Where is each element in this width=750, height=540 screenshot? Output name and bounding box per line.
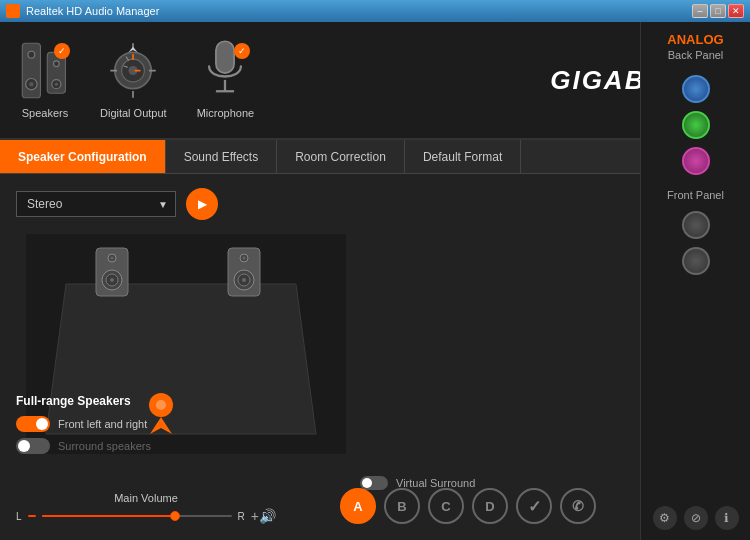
title-bar: Realtek HD Audio Manager – □ ✕	[0, 0, 750, 22]
front-toggle-label: Front left and right	[58, 418, 147, 430]
minimize-button[interactable]: –	[692, 4, 708, 18]
vol-left-indicator	[28, 515, 36, 517]
info-icon-btn[interactable]: ℹ	[715, 506, 739, 530]
main-content: Stereo Quadraphonic 5.1 Surround 7.1 Sur…	[0, 174, 640, 540]
surround-toggle-row: Surround speakers	[16, 438, 151, 454]
jack-green[interactable]	[682, 111, 710, 139]
btn-check[interactable]: ✓	[516, 488, 552, 524]
back-panel-label: Back Panel	[649, 49, 742, 61]
speaker-left[interactable]	[94, 246, 130, 298]
btn-a[interactable]: A	[340, 488, 376, 524]
device-speakers[interactable]: ✓ Speakers	[20, 41, 70, 119]
svg-point-26	[243, 257, 246, 260]
front-toggle-row: Front left and right	[16, 416, 151, 432]
window-title: Realtek HD Audio Manager	[26, 5, 159, 17]
speakers-check: ✓	[54, 43, 70, 59]
analog-label: ANALOG	[649, 32, 742, 47]
jack-pink[interactable]	[682, 147, 710, 175]
tab-speaker-configuration[interactable]: Speaker Configuration	[0, 140, 166, 173]
tab-room-correction[interactable]: Room Correction	[277, 140, 405, 173]
speaker-right[interactable]	[226, 246, 262, 298]
tab-sound-effects[interactable]: Sound Effects	[166, 140, 278, 173]
btn-b[interactable]: B	[384, 488, 420, 524]
front-panel-label: Front Panel	[649, 189, 742, 201]
header: ✓ Speakers Digital Output	[0, 22, 750, 140]
microphone-icon-wrap: ✓	[200, 41, 250, 101]
volume-icon: +🔊	[251, 508, 276, 524]
speakers-icon-wrap: ✓	[20, 41, 70, 101]
volume-l-label: L	[16, 511, 22, 522]
speakers-label: Speakers	[22, 107, 68, 119]
full-range-title: Full-range Speakers	[16, 394, 151, 408]
jack-blue[interactable]	[682, 75, 710, 103]
maximize-button[interactable]: □	[710, 4, 726, 18]
svg-point-24	[242, 278, 246, 282]
tab-default-format[interactable]: Default Format	[405, 140, 521, 173]
svg-point-18	[110, 278, 114, 282]
svg-point-2	[29, 82, 34, 87]
volume-track	[42, 515, 232, 517]
btn-c[interactable]: C	[428, 488, 464, 524]
svg-point-7	[54, 61, 60, 67]
digital-output-icon-wrap	[108, 41, 158, 101]
volume-section: Main Volume L R +🔊	[16, 492, 276, 524]
svg-point-6	[55, 83, 58, 86]
volume-fill	[42, 515, 175, 517]
volume-label: Main Volume	[16, 492, 276, 504]
speaker-config-select[interactable]: Stereo Quadraphonic 5.1 Surround 7.1 Sur…	[16, 191, 176, 217]
bottom-buttons: A B C D ✓ ✆	[340, 488, 596, 524]
front-toggle[interactable]	[16, 416, 50, 432]
settings-icon-btn[interactable]: ⚙	[653, 506, 677, 530]
digital-output-icon	[108, 41, 158, 100]
jack-front-2[interactable]	[682, 247, 710, 275]
title-bar-controls: – □ ✕	[692, 4, 744, 18]
volume-slider[interactable]	[42, 508, 232, 524]
title-bar-left: Realtek HD Audio Manager	[6, 4, 159, 18]
disable-icon-btn[interactable]: ⊘	[684, 506, 708, 530]
volume-r-label: R	[238, 511, 245, 522]
volume-thumb[interactable]	[170, 511, 180, 521]
svg-rect-11	[216, 41, 234, 73]
tabs: Speaker Configuration Sound Effects Room…	[0, 140, 750, 174]
play-button[interactable]: ▶	[186, 188, 218, 220]
app-icon	[6, 4, 20, 18]
digital-output-label: Digital Output	[100, 107, 167, 119]
surround-toggle-label: Surround speakers	[58, 440, 151, 452]
front-toggle-knob	[36, 418, 48, 430]
svg-point-3	[28, 52, 35, 59]
controls-row: Stereo Quadraphonic 5.1 Surround 7.1 Sur…	[16, 188, 624, 220]
header-devices: ✓ Speakers Digital Output	[20, 41, 254, 119]
btn-d[interactable]: D	[472, 488, 508, 524]
device-digital-output[interactable]: Digital Output	[100, 41, 167, 119]
volume-row: L R +🔊	[16, 508, 276, 524]
surround-toggle[interactable]	[16, 438, 50, 454]
full-range-section: Full-range Speakers Front left and right…	[16, 394, 151, 460]
microphone-label: Microphone	[197, 107, 254, 119]
stereo-dropdown-wrap: Stereo Quadraphonic 5.1 Surround 7.1 Sur…	[16, 191, 176, 217]
right-panel-bottom: ⚙ ⊘ ℹ	[649, 506, 742, 530]
surround-toggle-knob	[18, 440, 30, 452]
jack-front-1[interactable]	[682, 211, 710, 239]
virtual-surround-knob	[362, 478, 372, 488]
btn-phone[interactable]: ✆	[560, 488, 596, 524]
svg-point-20	[111, 257, 114, 260]
svg-point-28	[156, 400, 166, 410]
device-microphone[interactable]: ✓ Microphone	[197, 41, 254, 119]
close-button[interactable]: ✕	[728, 4, 744, 18]
right-panel: ANALOG Back Panel Front Panel ⚙ ⊘ ℹ	[640, 22, 750, 540]
